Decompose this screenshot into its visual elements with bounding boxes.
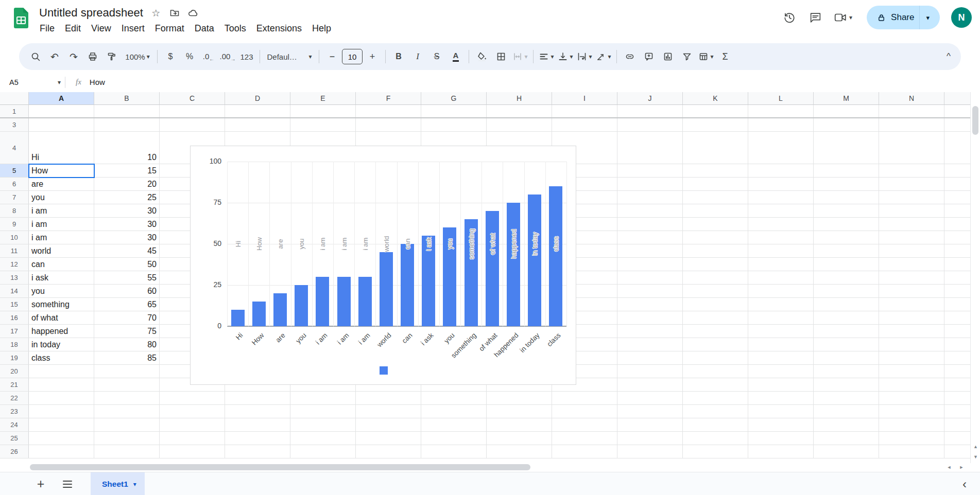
decrease-decimal-button[interactable]: .0← xyxy=(199,47,218,66)
menu-format[interactable]: Format xyxy=(150,22,190,36)
undo-button[interactable]: ↶ xyxy=(45,47,64,66)
decrease-font-size-button[interactable]: − xyxy=(323,47,341,66)
cell-b11[interactable]: 45 xyxy=(94,244,160,257)
avatar[interactable]: N xyxy=(951,7,972,28)
strikethrough-button[interactable]: S xyxy=(427,47,446,66)
cell-a7[interactable]: you xyxy=(29,191,94,204)
bold-button[interactable]: B xyxy=(389,47,408,66)
cell-a14[interactable]: you xyxy=(29,285,94,297)
cell-a12[interactable]: can xyxy=(29,258,94,271)
cell-a21[interactable] xyxy=(29,378,94,391)
sheet-tab-caret-icon[interactable]: ▾ xyxy=(133,481,136,487)
cell-b3[interactable] xyxy=(94,118,160,131)
cell-a25[interactable] xyxy=(29,432,94,445)
scroll-left-button[interactable]: ◄ xyxy=(943,464,955,471)
functions-button[interactable]: Σ xyxy=(716,47,734,66)
column-header-a[interactable]: A xyxy=(29,92,94,105)
cell-a5[interactable]: How xyxy=(29,164,94,177)
row-header-8[interactable]: 8 xyxy=(0,204,29,217)
cell-a22[interactable] xyxy=(29,392,94,404)
cell-a17[interactable]: happened xyxy=(29,325,94,338)
name-box[interactable]: A5 ▾ xyxy=(0,78,65,86)
move-folder-icon[interactable] xyxy=(169,7,180,19)
cell-b23[interactable] xyxy=(94,405,160,418)
column-header-n[interactable]: N xyxy=(879,92,944,105)
menu-view[interactable]: View xyxy=(86,22,116,36)
menu-tools[interactable]: Tools xyxy=(219,22,251,36)
insert-link-button[interactable] xyxy=(621,47,639,66)
cell-b22[interactable] xyxy=(94,392,160,404)
column-header-m[interactable]: M xyxy=(814,92,879,105)
column-header-k[interactable]: K xyxy=(683,92,748,105)
column-header-h[interactable]: H xyxy=(487,92,552,105)
create-filter-button[interactable] xyxy=(678,47,696,66)
sheets-logo-icon[interactable] xyxy=(13,7,29,29)
column-header-g[interactable]: G xyxy=(421,92,487,105)
row-header-6[interactable]: 6 xyxy=(0,178,29,190)
cell-b16[interactable]: 70 xyxy=(94,311,160,324)
scroll-up-button[interactable]: ▲ xyxy=(971,441,980,452)
column-header-l[interactable]: L xyxy=(748,92,814,105)
menu-insert[interactable]: Insert xyxy=(116,22,150,36)
row-header-17[interactable]: 17 xyxy=(0,325,29,338)
column-header-j[interactable]: J xyxy=(617,92,683,105)
font-size-input[interactable]: 10 xyxy=(342,47,363,66)
cell-b7[interactable]: 25 xyxy=(94,191,160,204)
menu-edit[interactable]: Edit xyxy=(60,22,86,36)
comments-icon[interactable] xyxy=(808,10,822,25)
cell-b6[interactable]: 20 xyxy=(94,178,160,190)
row-header-20[interactable]: 20 xyxy=(0,365,29,378)
select-all-corner[interactable] xyxy=(0,92,29,105)
menu-extensions[interactable]: Extensions xyxy=(251,22,307,36)
print-button[interactable] xyxy=(83,47,102,66)
cell-b17[interactable]: 75 xyxy=(94,325,160,338)
row-header-24[interactable]: 24 xyxy=(0,418,29,431)
row-header-5[interactable]: 5 xyxy=(0,164,29,177)
row-header-23[interactable]: 23 xyxy=(0,405,29,418)
paint-format-button[interactable] xyxy=(102,47,121,66)
hide-toolbar-button[interactable]: ^ xyxy=(941,51,956,62)
row-header-1[interactable]: 1 xyxy=(0,105,29,117)
table-views-button[interactable]: ▾ xyxy=(697,47,715,66)
column-header-i[interactable]: I xyxy=(552,92,617,105)
cell-b20[interactable] xyxy=(94,365,160,378)
collapse-side-panel-icon[interactable]: ‹ xyxy=(962,477,967,491)
horizontal-scrollbar-thumb[interactable] xyxy=(30,464,530,470)
cell-a23[interactable] xyxy=(29,405,94,418)
cell-b24[interactable] xyxy=(94,418,160,431)
embedded-bar-chart[interactable]: 1007550250HiHiHowHowareareyouyoui ami am… xyxy=(190,146,576,385)
row-header-11[interactable]: 11 xyxy=(0,244,29,257)
increase-font-size-button[interactable]: + xyxy=(363,47,382,66)
column-header-b[interactable]: B xyxy=(94,92,160,105)
version-history-icon[interactable] xyxy=(782,10,797,25)
borders-button[interactable] xyxy=(492,47,510,66)
sheet-tab-sheet1[interactable]: Sheet1 ▾ xyxy=(91,472,145,495)
increase-decimal-button[interactable]: .00→ xyxy=(218,47,237,66)
cell-a6[interactable]: are xyxy=(29,178,94,190)
cell-b1[interactable] xyxy=(94,105,160,117)
cell-a26[interactable] xyxy=(29,445,94,458)
cell-b14[interactable]: 60 xyxy=(94,285,160,297)
cell-a16[interactable]: of what xyxy=(29,311,94,324)
column-header-f[interactable]: F xyxy=(356,92,421,105)
cell-b5[interactable]: 15 xyxy=(94,164,160,177)
row-header-15[interactable]: 15 xyxy=(0,298,29,311)
cell-b26[interactable] xyxy=(94,445,160,458)
row-header-7[interactable]: 7 xyxy=(0,191,29,204)
menu-help[interactable]: Help xyxy=(307,22,336,36)
row-header-21[interactable]: 21 xyxy=(0,378,29,391)
menu-data[interactable]: Data xyxy=(190,22,219,36)
text-rotation-button[interactable]: ▾ xyxy=(594,47,613,66)
row-header-18[interactable]: 18 xyxy=(0,338,29,351)
cloud-status-icon[interactable] xyxy=(187,7,199,19)
cell-a13[interactable]: i ask xyxy=(29,271,94,284)
doc-title[interactable]: Untitled spreadsheet xyxy=(39,6,143,20)
cell-b12[interactable]: 50 xyxy=(94,258,160,271)
share-button[interactable]: Share ▾ xyxy=(867,6,940,29)
row-header-10[interactable]: 10 xyxy=(0,231,29,244)
cell-a20[interactable] xyxy=(29,365,94,378)
column-header-d[interactable]: D xyxy=(225,92,290,105)
cell-b9[interactable]: 30 xyxy=(94,218,160,231)
scroll-down-button[interactable]: ▼ xyxy=(971,452,980,462)
cell-b18[interactable]: 80 xyxy=(94,338,160,351)
